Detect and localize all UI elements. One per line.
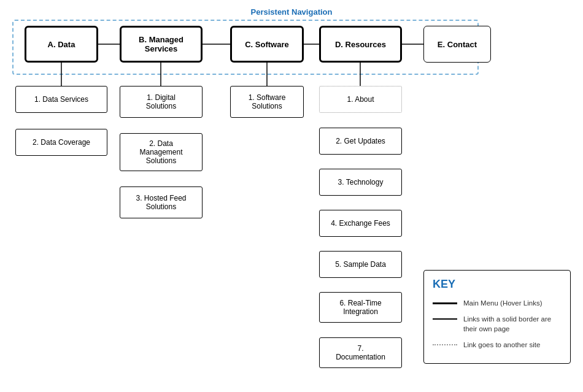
key-item-dotted: Link goes to another site <box>433 340 562 350</box>
main-menu-e[interactable]: E. Contact <box>423 26 491 63</box>
sub-a-2[interactable]: 2. Data Coverage <box>15 129 107 156</box>
sub-d-5[interactable]: 5. Sample Data <box>319 251 402 278</box>
key-label-solid-border: Links with a solid border are their own … <box>463 314 562 334</box>
sub-d-6[interactable]: 6. Real-TimeIntegration <box>319 292 402 323</box>
main-menu-c[interactable]: C. Software <box>230 26 304 63</box>
sub-c-1[interactable]: 1. SoftwareSolutions <box>230 86 304 118</box>
key-item-main-menu: Main Menu (Hover Links) <box>433 298 562 308</box>
key-line-dotted <box>433 344 457 345</box>
sub-d-2[interactable]: 2. Get Updates <box>319 128 402 155</box>
sub-d-7[interactable]: 7.Documentation <box>319 337 402 368</box>
sub-d-4[interactable]: 4. Exchange Fees <box>319 210 402 237</box>
main-menu-d[interactable]: D. Resources <box>319 26 402 63</box>
sub-b-1[interactable]: 1. DigitalSolutions <box>120 86 203 118</box>
sub-b-3[interactable]: 3. Hosted FeedSolutions <box>120 186 203 218</box>
main-menu-b[interactable]: B. ManagedServices <box>120 26 203 63</box>
sub-a-1[interactable]: 1. Data Services <box>15 86 107 113</box>
diagram-container: Persistent Navigation A. Data B. Managed… <box>6 6 577 386</box>
sub-d-about[interactable]: 1. About <box>319 86 402 113</box>
key-line-thick <box>433 302 457 304</box>
key-item-solid-border: Links with a solid border are their own … <box>433 314 562 334</box>
key-line-thin <box>433 318 457 320</box>
key-label-main-menu: Main Menu (Hover Links) <box>463 298 542 308</box>
persistent-nav-label: Persistent Navigation <box>251 7 333 17</box>
key-box: KEY Main Menu (Hover Links) Links with a… <box>423 270 571 364</box>
key-label-dotted: Link goes to another site <box>463 340 540 350</box>
sub-b-2[interactable]: 2. DataManagementSolutions <box>120 133 203 171</box>
sub-d-3[interactable]: 3. Technology <box>319 169 402 196</box>
main-menu-a[interactable]: A. Data <box>25 26 98 63</box>
key-title: KEY <box>433 278 562 291</box>
